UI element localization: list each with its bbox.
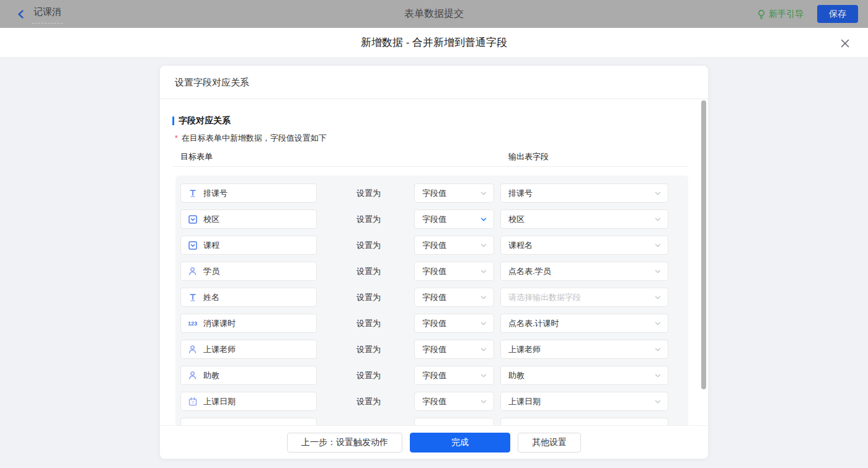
output-select-value: 上课日期 <box>508 396 654 407</box>
set-as-label: 设置为 <box>356 236 381 255</box>
dialog-body: 设置字段对应关系 字段对应关系 *在目标表单中新增数据，字段值设置如下 目标表单… <box>0 58 868 468</box>
required-note: *在目标表单中新增数据，字段值设置如下 <box>175 133 327 144</box>
back-chevron-icon <box>16 9 26 19</box>
chevron-down-icon <box>654 398 662 405</box>
method-select-value: 字段值 <box>422 188 480 199</box>
topbar: 记课消 表单数据提交 新手引导 保存 <box>0 0 868 28</box>
output-select-value: 校区 <box>508 214 654 225</box>
target-field-box[interactable]: 姓名 <box>180 288 317 307</box>
method-select-value: 字段值 <box>422 344 480 355</box>
output-field-select[interactable]: 点名表.计课时 <box>500 314 668 333</box>
target-field-box[interactable]: 学员 <box>180 262 317 281</box>
svg-text:7: 7 <box>192 400 194 405</box>
mapping-row: 上课老师 设置为 字段值 上课老师 <box>180 340 683 359</box>
chevron-down-icon <box>654 242 662 249</box>
target-field-label: 姓名 <box>203 292 219 303</box>
required-note-text: 在目标表单中新增数据，字段值设置如下 <box>182 133 327 143</box>
select-icon <box>187 241 198 250</box>
mapping-row: 排课号 设置为 字段值 排课号 <box>180 183 683 203</box>
card-title: 设置字段对应关系 <box>160 66 708 99</box>
method-select[interactable] <box>414 418 494 425</box>
method-select[interactable]: 字段值 <box>414 314 494 333</box>
output-field-select[interactable]: 点名表.学员 <box>500 262 668 281</box>
target-field-label: 助教 <box>203 370 219 381</box>
method-select[interactable]: 字段值 <box>414 183 494 203</box>
section-title: 字段对应关系 <box>172 115 231 126</box>
mapping-row <box>180 418 683 425</box>
output-field-select[interactable]: 上课老师 <box>500 340 668 359</box>
back-button[interactable]: 记课消 <box>16 5 63 24</box>
set-as-label: 设置为 <box>356 288 381 307</box>
topbar-title: 表单数据提交 <box>0 7 868 20</box>
dialog-header: 新增数据 - 合并新增到普通字段 <box>0 28 868 58</box>
bulb-icon <box>757 9 766 19</box>
section-title-text: 字段对应关系 <box>179 115 231 126</box>
target-field-box[interactable]: 123 消课课时 <box>180 314 317 333</box>
method-select[interactable]: 字段值 <box>414 340 494 359</box>
set-as-label: 设置为 <box>356 314 381 333</box>
scrollbar-thumb[interactable] <box>701 100 706 389</box>
chevron-down-icon <box>480 268 487 275</box>
header-divider <box>172 166 688 167</box>
method-select[interactable]: 字段值 <box>414 392 494 411</box>
method-select[interactable]: 字段值 <box>414 366 494 385</box>
chevron-down-icon <box>480 294 487 301</box>
other-settings-button[interactable]: 其他设置 <box>518 433 581 453</box>
method-select-value: 字段值 <box>422 318 480 329</box>
mapping-row: 学员 设置为 字段值 点名表.学员 <box>180 262 683 281</box>
target-field-label: 排课号 <box>203 188 228 199</box>
output-field-select[interactable]: 排课号 <box>500 183 668 203</box>
mapping-card: 设置字段对应关系 字段对应关系 *在目标表单中新增数据，字段值设置如下 目标表单… <box>160 66 708 459</box>
guide-link[interactable]: 新手引导 <box>757 9 804 20</box>
card-footer: 上一步：设置触发动作 完成 其他设置 <box>160 425 708 459</box>
output-field-select[interactable]: 请选择输出数据字段 <box>500 288 668 307</box>
chevron-down-icon <box>654 320 662 327</box>
set-as-label: 设置为 <box>356 366 381 385</box>
target-field-label: 校区 <box>203 214 219 225</box>
person-icon <box>187 267 198 276</box>
mapping-row: 7 上课日期 设置为 字段值 上课日期 <box>180 392 683 411</box>
method-select[interactable]: 字段值 <box>414 210 494 229</box>
dialog-title: 新增数据 - 合并新增到普通字段 <box>361 35 507 50</box>
target-field-box[interactable]: 排课号 <box>180 183 317 203</box>
method-select-value: 字段值 <box>422 240 480 251</box>
output-field-select[interactable]: 课程名 <box>500 236 668 255</box>
required-asterisk: * <box>175 134 178 143</box>
column-header-output-field: 输出表字段 <box>508 151 549 162</box>
close-icon[interactable] <box>838 37 852 50</box>
output-field-select[interactable]: 助教 <box>500 366 668 385</box>
method-select-value: 字段值 <box>422 214 480 225</box>
chevron-down-icon <box>480 190 487 197</box>
set-as-label: 设置为 <box>356 340 381 359</box>
method-select[interactable]: 字段值 <box>414 288 494 307</box>
target-field-box[interactable]: 校区 <box>180 210 317 229</box>
chevron-down-icon <box>654 372 662 379</box>
set-as-label: 设置为 <box>356 183 381 203</box>
calendar-icon: 7 <box>187 397 198 407</box>
save-button[interactable]: 保存 <box>817 5 858 23</box>
chevron-down-icon <box>480 346 487 353</box>
target-field-box[interactable]: 课程 <box>180 236 317 255</box>
number-icon: 123 <box>187 319 198 329</box>
target-field-box[interactable]: 助教 <box>180 366 317 385</box>
output-field-select[interactable]: 校区 <box>500 210 668 229</box>
output-select-value: 点名表.计课时 <box>508 318 654 329</box>
target-field-box[interactable]: 上课老师 <box>180 340 317 359</box>
output-field-select[interactable] <box>500 418 668 425</box>
method-select[interactable]: 字段值 <box>414 236 494 255</box>
chevron-down-icon <box>654 216 662 223</box>
method-select-value: 字段值 <box>422 396 480 407</box>
set-as-label: 设置为 <box>356 210 381 229</box>
method-select[interactable]: 字段值 <box>414 262 494 281</box>
select-icon <box>187 214 198 224</box>
rows-container: 排课号 设置为 字段值 排课号 校区 设置为 字段值 校区 <box>175 175 688 425</box>
previous-step-button[interactable]: 上一步：设置触发动作 <box>287 433 402 453</box>
target-field-box[interactable]: 7 上课日期 <box>180 392 317 411</box>
output-select-value: 请选择输出数据字段 <box>508 292 654 303</box>
done-button[interactable]: 完成 <box>410 433 510 453</box>
output-field-select[interactable]: 上课日期 <box>500 392 668 411</box>
target-field-box[interactable] <box>180 418 317 425</box>
target-field-label: 消课课时 <box>203 318 236 329</box>
chevron-down-icon <box>654 268 662 275</box>
method-select-value: 字段值 <box>422 370 480 381</box>
